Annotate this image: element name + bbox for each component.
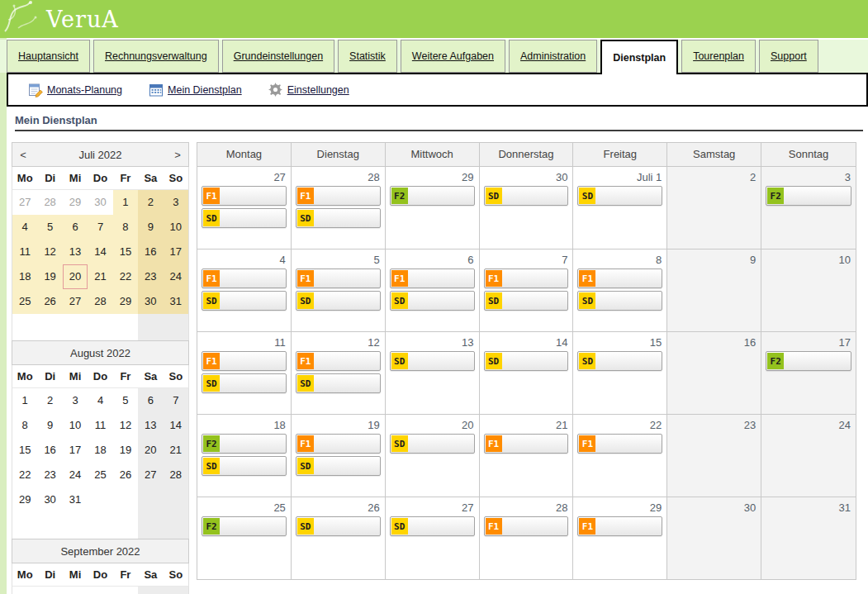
shift-bar-f2[interactable]: F2	[390, 186, 475, 206]
shift-bar-sd[interactable]: SD	[296, 516, 381, 536]
shift-bar-sd[interactable]: SD	[296, 373, 381, 393]
shift-bar-f1[interactable]: F1	[202, 186, 287, 206]
mini-day[interactable]: 25	[88, 463, 112, 487]
mini-day[interactable]: 8	[113, 215, 138, 240]
mini-day[interactable]: 28	[164, 463, 188, 487]
mini-day[interactable]: 13	[63, 240, 88, 264]
tab-support[interactable]: Support	[759, 40, 818, 73]
mini-day[interactable]: 30	[37, 487, 62, 512]
mini-day[interactable]: 21	[88, 264, 112, 289]
mini-day[interactable]: 25	[12, 289, 37, 314]
mini-day[interactable]: 2	[138, 190, 163, 215]
mini-day[interactable]: 26	[113, 463, 138, 487]
mini-day[interactable]: 3	[138, 587, 163, 594]
tab-rechnungsverwaltung[interactable]: Rechnungsverwaltung	[93, 40, 219, 73]
mini-day[interactable]: 17	[164, 240, 188, 264]
tab-grundeinstellungen[interactable]: Grundeinstellungen	[222, 40, 334, 73]
mini-day[interactable]: 11	[12, 240, 37, 264]
mini-day[interactable]: 29	[12, 487, 37, 512]
shift-bar-f1[interactable]: F1	[202, 351, 287, 371]
shift-bar-f1[interactable]: F1	[577, 516, 662, 536]
mini-day[interactable]: 27	[138, 463, 163, 487]
mini-day[interactable]: 15	[12, 438, 37, 463]
shift-bar-f1[interactable]: F1	[484, 434, 569, 454]
mini-day[interactable]: 2	[113, 587, 138, 594]
mini-day[interactable]: 13	[138, 413, 163, 438]
mini-day[interactable]: 28	[88, 289, 112, 314]
mini-day[interactable]: 6	[138, 388, 163, 413]
mini-day[interactable]: 4	[164, 587, 188, 594]
mini-day[interactable]: 9	[37, 413, 62, 438]
shift-bar-f1[interactable]: F1	[577, 434, 662, 454]
mini-day[interactable]: 20	[63, 264, 88, 289]
mini-day[interactable]: 31	[164, 289, 188, 314]
shift-bar-sd[interactable]: SD	[390, 291, 475, 311]
mini-day[interactable]: 5	[113, 388, 138, 413]
shift-bar-sd[interactable]: SD	[484, 291, 569, 311]
mini-day[interactable]: 14	[164, 413, 188, 438]
tab-statistik[interactable]: Statistik	[338, 40, 397, 73]
shift-bar-f2[interactable]: F2	[202, 516, 287, 536]
shift-bar-f1[interactable]: F1	[202, 268, 287, 288]
mini-day[interactable]: 31	[63, 487, 88, 512]
mini-day[interactable]: 5	[37, 215, 62, 240]
shift-bar-sd[interactable]: SD	[577, 186, 662, 206]
mini-day[interactable]: 23	[138, 264, 163, 289]
shift-bar-sd[interactable]: SD	[202, 373, 287, 393]
shift-bar-sd[interactable]: SD	[484, 186, 569, 206]
mini-day[interactable]: 30	[138, 289, 163, 314]
mini-day[interactable]: 17	[63, 438, 88, 463]
mini-day[interactable]: 29	[113, 289, 138, 314]
mini-day[interactable]: 1	[88, 587, 112, 594]
mini-day[interactable]: 27	[63, 289, 88, 314]
mini-day[interactable]: 7	[88, 215, 112, 240]
mini-day[interactable]: 16	[138, 240, 163, 264]
shift-bar-sd[interactable]: SD	[296, 291, 381, 311]
shift-bar-f1[interactable]: F1	[296, 351, 381, 371]
shift-bar-sd[interactable]: SD	[202, 456, 287, 476]
toolbar-link-einstellungen[interactable]: Einstellungen	[268, 83, 349, 97]
mini-day[interactable]: 6	[63, 215, 88, 240]
mini-day[interactable]: 10	[164, 215, 188, 240]
shift-bar-f1[interactable]: F1	[484, 268, 569, 288]
shift-bar-f1[interactable]: F1	[390, 268, 475, 288]
mini-day[interactable]: 26	[37, 289, 62, 314]
shift-bar-sd[interactable]: SD	[577, 291, 662, 311]
shift-bar-f1[interactable]: F1	[296, 268, 381, 288]
shift-bar-sd[interactable]: SD	[202, 291, 287, 311]
mini-day[interactable]: 1	[12, 388, 37, 413]
prev-month-arrow[interactable]: <	[12, 149, 34, 161]
mini-day[interactable]: 22	[113, 264, 138, 289]
tab-tourenplan[interactable]: Tourenplan	[681, 40, 756, 73]
mini-day[interactable]: 24	[63, 463, 88, 487]
mini-day[interactable]: 3	[63, 388, 88, 413]
mini-day[interactable]: 24	[164, 264, 188, 289]
mini-day[interactable]: 3	[164, 190, 188, 215]
tab-weitere-aufgaben[interactable]: Weitere Aufgaben	[401, 40, 505, 73]
mini-day[interactable]: 21	[164, 438, 188, 463]
shift-bar-f1[interactable]: F1	[577, 268, 662, 288]
tab-dienstplan[interactable]: Dienstplan	[600, 40, 678, 74]
mini-day[interactable]: 23	[37, 463, 62, 487]
mini-day[interactable]: 7	[164, 388, 188, 413]
shift-bar-f2[interactable]: F2	[766, 186, 851, 206]
mini-day[interactable]: 14	[88, 240, 112, 264]
mini-day[interactable]: 9	[138, 215, 163, 240]
mini-day[interactable]: 1	[113, 190, 138, 215]
shift-bar-f1[interactable]: F1	[296, 434, 381, 454]
mini-day[interactable]: 22	[12, 463, 37, 487]
mini-day[interactable]: 10	[63, 413, 88, 438]
mini-day[interactable]: 19	[37, 264, 62, 289]
mini-day[interactable]: 4	[12, 215, 37, 240]
mini-day[interactable]: 18	[88, 438, 112, 463]
mini-day[interactable]: 27	[12, 190, 37, 215]
mini-day[interactable]: 20	[138, 438, 163, 463]
mini-day[interactable]: 12	[113, 413, 138, 438]
mini-day[interactable]: 18	[12, 264, 37, 289]
toolbar-link-monats-planung[interactable]: Monats-Planung	[28, 83, 122, 97]
mini-day[interactable]: 29	[63, 190, 88, 215]
tab-hauptansicht[interactable]: Hauptansicht	[7, 40, 90, 73]
toolbar-link-mein-dienstplan[interactable]: Mein Dienstplan	[149, 83, 242, 97]
mini-day[interactable]: 12	[37, 240, 62, 264]
mini-day[interactable]: 28	[37, 190, 62, 215]
